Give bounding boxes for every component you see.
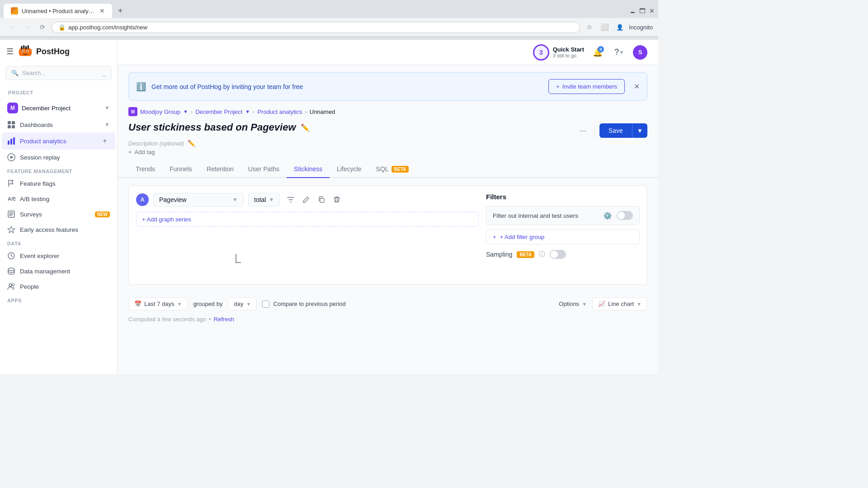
- project-selector[interactable]: M December Project ▼: [2, 100, 115, 117]
- invite-team-button[interactable]: + Invite team members: [548, 79, 625, 94]
- hamburger-icon[interactable]: ☰: [6, 47, 14, 56]
- notifications-button[interactable]: 🔔 0: [590, 44, 606, 61]
- sidebar-item-data-management[interactable]: Data management: [2, 263, 115, 279]
- tab-stickiness[interactable]: Stickiness: [287, 161, 330, 178]
- edit-title-icon[interactable]: ✏️: [301, 123, 310, 132]
- reload-button[interactable]: ⟳: [36, 21, 49, 33]
- chart-type-label: Line chart: [608, 300, 634, 307]
- profile-icon[interactable]: 👤: [613, 21, 626, 33]
- info-icon: ℹ️: [136, 82, 146, 92]
- breadcrumb-group[interactable]: M Moodjoy Group ▼: [128, 107, 188, 116]
- quick-start[interactable]: 3 Quick Start 3 still to go: [533, 44, 584, 61]
- restore-down-icon[interactable]: 🗕: [629, 7, 636, 14]
- sidebar-item-people[interactable]: People: [2, 279, 115, 294]
- filter-gear-icon[interactable]: ⚙️: [603, 211, 612, 220]
- edit-description-icon[interactable]: ✏️: [188, 140, 195, 147]
- series-panel: A Pageview ▼ total ▼: [136, 193, 479, 277]
- banner-close-button[interactable]: ✕: [634, 82, 640, 91]
- sidebar-item-dashboards[interactable]: Dashboards ▼: [2, 117, 115, 132]
- total-label: total: [254, 196, 266, 203]
- refresh-button[interactable]: Refresh: [214, 316, 235, 323]
- project-label: PROJECT: [8, 90, 33, 95]
- search-box[interactable]: 🔍 Search... _: [5, 66, 112, 80]
- sidebar-search[interactable]: 🔍 Search... _: [0, 63, 117, 85]
- compare-checkbox-input[interactable]: [262, 300, 269, 308]
- breadcrumb-section[interactable]: Product analytics: [257, 108, 302, 115]
- delete-series-button[interactable]: [330, 193, 343, 206]
- maximize-icon[interactable]: 🗖: [639, 7, 646, 14]
- more-options-button[interactable]: ···: [576, 124, 590, 137]
- ab-icon: A/B: [7, 195, 15, 203]
- sidebar-item-early-access[interactable]: Early access features: [2, 222, 115, 237]
- posthog-logo[interactable]: PostHog: [18, 45, 70, 58]
- sql-beta-badge: BETA: [392, 166, 409, 173]
- user-avatar[interactable]: S: [633, 45, 647, 60]
- cast-icon[interactable]: ⬜: [598, 21, 611, 33]
- duplicate-series-button[interactable]: [315, 193, 328, 206]
- chart-type-selector[interactable]: 📈 Line chart ▼: [592, 297, 647, 310]
- new-tab-button[interactable]: +: [114, 5, 127, 17]
- tab-trends[interactable]: Trends: [128, 161, 162, 178]
- toggle-knob: [618, 212, 625, 219]
- save-button[interactable]: Save: [599, 123, 632, 138]
- sampling-toggle[interactable]: [550, 250, 566, 259]
- user-paths-label: User Paths: [248, 165, 279, 173]
- sidebar-item-feature-flags[interactable]: Feature flags: [2, 176, 115, 191]
- tab-sql[interactable]: SQL BETA: [369, 161, 416, 178]
- breadcrumb-project[interactable]: December Project ▼: [195, 108, 250, 115]
- filters-title: Filters: [486, 193, 640, 201]
- data-section: DATA Event explorer Data management Peop…: [0, 237, 117, 294]
- breadcrumb-current: Unnamed: [310, 108, 335, 115]
- data-section-title: DATA: [2, 237, 115, 248]
- close-window-icon[interactable]: ✕: [649, 7, 655, 14]
- svg-point-27: [12, 284, 14, 286]
- flag-icon: [7, 179, 15, 188]
- tab-funnels[interactable]: Funnels: [162, 161, 199, 178]
- day-selector[interactable]: day ▼: [228, 297, 257, 310]
- event-select[interactable]: Pageview ▼: [153, 193, 244, 206]
- sidebar-header: ☰ PostHog: [0, 40, 117, 63]
- project-avatar: M: [7, 103, 18, 113]
- address-bar[interactable]: 🔒 app.posthog.com/insights/new: [52, 22, 580, 33]
- tab-user-paths[interactable]: User Paths: [241, 161, 287, 178]
- sidebar-item-event-explorer[interactable]: Event explorer: [2, 248, 115, 263]
- tab-retention[interactable]: Retention: [199, 161, 241, 178]
- back-button[interactable]: ←: [5, 21, 18, 33]
- copy-icon: [318, 196, 325, 203]
- compare-checkbox[interactable]: Compare to previous period: [262, 300, 345, 308]
- invite-banner: ℹ️ Get more out of PostHog by inviting y…: [128, 72, 647, 101]
- help-button[interactable]: ? ▼: [611, 44, 627, 61]
- help-chevron-icon: ▼: [619, 49, 624, 56]
- sidebar-item-surveys[interactable]: Surveys NEW: [2, 206, 115, 222]
- series-actions: [284, 193, 343, 206]
- sidebar-item-product-analytics[interactable]: Product analytics +: [2, 132, 115, 150]
- active-tab[interactable]: Unnamed • Product analytics • ✕: [4, 4, 112, 18]
- surveys-label: Surveys: [20, 211, 42, 218]
- insight-header: User stickiness based on Pageview ✏️ ···…: [118, 119, 658, 140]
- project-label-row: PROJECT: [2, 85, 115, 100]
- date-range-selector[interactable]: 📅 Last 7 days ▼: [128, 297, 188, 310]
- filter-toggle[interactable]: [617, 211, 633, 220]
- forward-button[interactable]: →: [21, 21, 33, 33]
- add-graph-series-button[interactable]: + Add graph series: [136, 212, 479, 227]
- add-filter-group-button[interactable]: + + Add filter group: [486, 230, 640, 244]
- add-analytics-button[interactable]: +: [100, 136, 110, 146]
- calendar-icon: 📅: [134, 300, 142, 307]
- total-select[interactable]: total ▼: [248, 193, 280, 206]
- tab-close-button[interactable]: ✕: [99, 7, 105, 14]
- save-dropdown-button[interactable]: ▼: [632, 123, 647, 138]
- sidebar-item-session-replay[interactable]: Session replay: [2, 150, 115, 165]
- bookmark-icon[interactable]: ☆: [583, 21, 595, 33]
- tab-lifecycle[interactable]: Lifecycle: [330, 161, 368, 178]
- plus-filter-icon: +: [493, 234, 496, 240]
- window-controls: 🗕 🗖 ✕: [629, 7, 655, 14]
- filter-series-button[interactable]: [284, 193, 297, 206]
- filter-label: Filter out internal and test users: [493, 212, 599, 219]
- options-button[interactable]: Options ▼: [559, 300, 587, 307]
- sidebar-item-ab-testing[interactable]: A/B A/B testing: [2, 191, 115, 206]
- sampling-info-icon[interactable]: ⓘ: [539, 250, 545, 258]
- svg-rect-9: [8, 121, 11, 124]
- edit-series-button[interactable]: [300, 193, 312, 206]
- add-tag-button[interactable]: + Add tag: [118, 147, 658, 159]
- logo-text: PostHog: [36, 47, 70, 56]
